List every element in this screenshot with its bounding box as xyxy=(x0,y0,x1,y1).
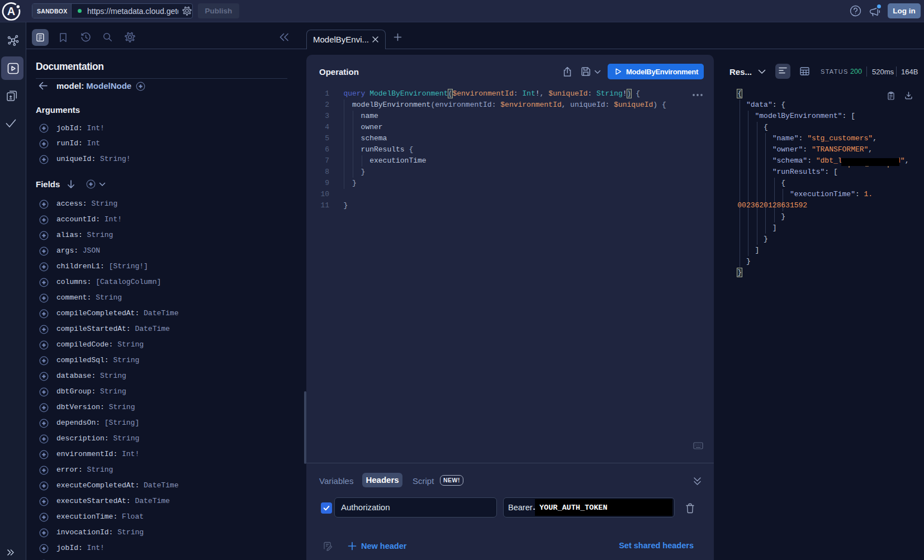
svg-text:A: A xyxy=(7,5,15,17)
